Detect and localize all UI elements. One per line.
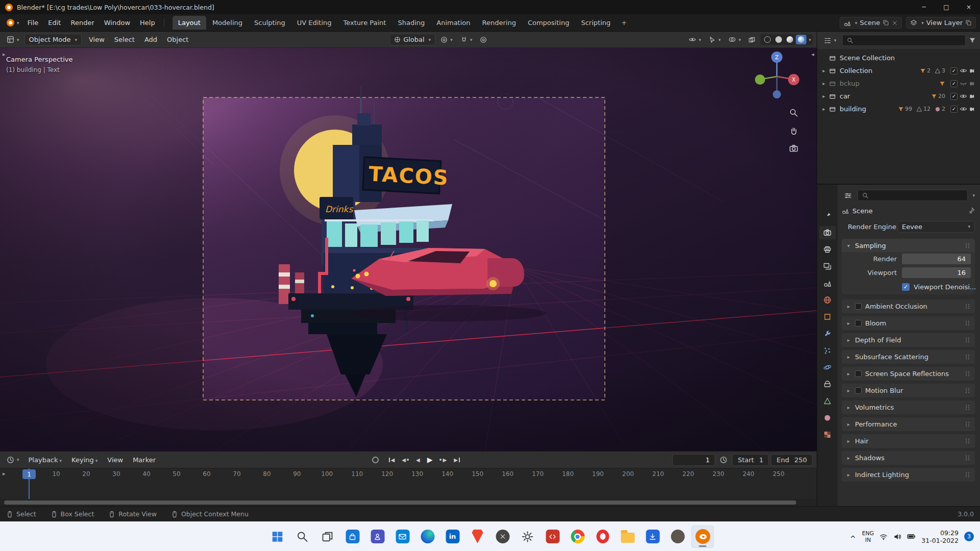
drag-handle-icon[interactable] (964, 421, 971, 428)
render-engine-dropdown[interactable]: Eevee ▾ (897, 221, 975, 233)
object-visibility-button[interactable]: ▾ (686, 34, 704, 45)
properties-tab-object-data[interactable] (819, 394, 836, 408)
section-checkbox[interactable] (855, 387, 862, 394)
outliner-row-bckup[interactable]: ▸bckup✓ (817, 77, 980, 90)
expand-arrow[interactable]: ▸ (821, 106, 827, 112)
add-workspace-button[interactable]: + (617, 16, 631, 30)
search-icon[interactable] (291, 525, 314, 548)
timeline-menu-playback[interactable]: Playback▾ (24, 454, 67, 466)
filter-icon[interactable] (969, 37, 976, 44)
render-visibility-camera-icon[interactable] (969, 93, 976, 100)
wifi-icon[interactable] (879, 533, 888, 541)
chrome-icon[interactable] (567, 525, 589, 548)
shading-rendered-button[interactable] (796, 35, 806, 44)
timeline-menu-view[interactable]: View (103, 454, 128, 466)
prev-keyframe-button[interactable]: ◀ (399, 455, 412, 465)
drag-handle-icon[interactable] (964, 404, 971, 411)
timeline-scrollbar[interactable] (0, 499, 817, 506)
proportional-editing-button[interactable] (477, 35, 489, 45)
number-field[interactable]: 64 (902, 254, 971, 264)
transform-orientation-dropdown[interactable]: Global▾ (389, 34, 435, 45)
gizmo-y-axis[interactable] (755, 74, 765, 85)
current-frame-field[interactable]: 1 (672, 454, 715, 466)
include-checkbox[interactable]: ✓ (950, 67, 958, 74)
file-explorer-icon[interactable] (617, 525, 639, 548)
gizmo-minus-z-axis[interactable] (773, 90, 781, 98)
outliner-row-car[interactable]: ▸car20✓ (817, 90, 980, 103)
workspace-tab-animation[interactable]: Animation (431, 16, 476, 30)
gimp-icon[interactable] (667, 525, 689, 548)
battery-icon[interactable] (907, 532, 916, 541)
maximize-button[interactable]: □ (935, 0, 958, 14)
expand-arrow[interactable]: ▸ (846, 354, 851, 360)
minimize-button[interactable]: ─ (913, 0, 935, 14)
menu-file[interactable]: File (23, 16, 43, 29)
close-button[interactable]: × (958, 0, 980, 14)
number-field[interactable]: 16 (902, 267, 971, 278)
render-visibility-camera-icon[interactable] (969, 67, 976, 74)
new-scene-icon[interactable] (883, 19, 889, 26)
shading-material-button[interactable] (785, 35, 795, 44)
menu-window[interactable]: Window (100, 16, 135, 29)
render-visibility-camera-icon[interactable] (969, 80, 976, 87)
overlays-button[interactable]: ▾ (726, 34, 744, 45)
outliner-row-collection[interactable]: ▸Collection23✓ (817, 64, 980, 77)
section-hair[interactable]: ▸Hair (842, 434, 975, 448)
linkedin-icon[interactable]: in (442, 525, 464, 548)
workspace-tab-layout[interactable]: Layout (173, 16, 206, 30)
section-screen-space-reflections[interactable]: ▸Screen Space Reflections (842, 367, 975, 381)
new-view-layer-icon[interactable] (965, 19, 972, 26)
editor-type-button[interactable]: ▾ (4, 34, 22, 45)
include-checkbox[interactable]: ✓ (950, 106, 958, 113)
properties-search-input[interactable] (857, 190, 968, 201)
notification-badge[interactable]: 3 (964, 532, 974, 541)
snap-button[interactable]: ▾ (458, 35, 475, 45)
section-depth-of-field[interactable]: ▸Depth of Field (842, 333, 975, 347)
workspace-tab-uv-editing[interactable]: UV Editing (291, 16, 337, 30)
blender-icon[interactable] (692, 525, 714, 548)
expand-arrow[interactable]: ▸ (846, 320, 851, 326)
scene-selector[interactable]: ▾ Scene (840, 17, 902, 29)
properties-tab-scene[interactable] (819, 277, 836, 290)
properties-tab-output[interactable] (819, 243, 836, 256)
drag-handle-icon[interactable] (964, 354, 971, 360)
properties-editor-type-button[interactable] (842, 190, 854, 201)
viewport-menu-add[interactable]: Add (140, 33, 162, 46)
next-keyframe-button[interactable]: ▶ (436, 455, 450, 465)
store-icon[interactable] (341, 525, 364, 548)
expand-arrow[interactable]: ▸ (846, 337, 851, 343)
shading-solid-button[interactable] (773, 35, 784, 44)
outliner-row-building[interactable]: ▸building99122✓ (817, 103, 980, 115)
visibility-eye-icon[interactable] (960, 92, 967, 100)
expand-arrow[interactable]: ▸ (846, 405, 851, 410)
sampling-panel-header[interactable]: ▾ Sampling (842, 239, 975, 252)
workspace-tab-modeling[interactable]: Modeling (207, 16, 248, 30)
section-motion-blur[interactable]: ▸Motion Blur (842, 384, 975, 397)
menu-render[interactable]: Render (66, 16, 99, 29)
properties-tab-modifiers[interactable] (819, 327, 836, 340)
xray-toggle[interactable] (746, 35, 758, 45)
expand-arrow[interactable]: ▸ (846, 371, 851, 377)
expand-arrow[interactable]: ▸ (821, 68, 827, 73)
zoom-icon[interactable] (789, 108, 798, 117)
properties-tab-texture[interactable] (819, 428, 836, 441)
brave-icon[interactable] (467, 525, 489, 548)
delete-scene-icon[interactable] (892, 20, 898, 26)
properties-tab-material[interactable] (819, 411, 836, 424)
start-icon[interactable] (266, 525, 289, 548)
drag-handle-icon[interactable] (964, 320, 971, 327)
start-frame-field[interactable]: Start 1 (732, 454, 769, 466)
expand-arrow[interactable]: ▸ (846, 304, 851, 309)
settings-icon[interactable] (517, 525, 539, 548)
preview-range-toggle[interactable] (717, 455, 730, 465)
pin-icon[interactable] (968, 207, 975, 214)
section-shadows[interactable]: ▸Shadows (842, 451, 975, 465)
timeline-expand-arrow[interactable]: ▸ (3, 470, 6, 477)
drag-handle-icon[interactable] (964, 242, 971, 249)
properties-tab-view-layer[interactable] (819, 260, 836, 273)
timeline-ruler[interactable]: ▸ 1 102030405060708090100110120130140150… (0, 468, 817, 499)
volume-icon[interactable] (893, 533, 901, 541)
expand-arrow[interactable]: ▸ (821, 81, 827, 86)
outliner-editor-type-button[interactable]: ▾ (821, 35, 839, 46)
expand-arrow[interactable]: ▸ (846, 388, 851, 393)
